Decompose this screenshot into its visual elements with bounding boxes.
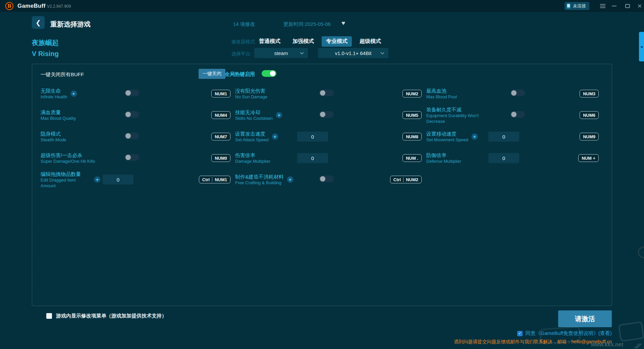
- cheat-name-cn: 无限生命: [41, 88, 67, 94]
- cheat-toggle[interactable]: [124, 133, 139, 139]
- game-version-value: v1.0-v1.1+ 64Bit: [335, 50, 372, 56]
- hotkey-badge: CtrlNUM2: [390, 176, 422, 184]
- cheat-toggle[interactable]: [319, 111, 334, 118]
- back-button[interactable]: ❮: [32, 16, 45, 29]
- hotkey-badge: NUM .: [402, 154, 422, 162]
- store-dropdown[interactable]: steam: [254, 48, 308, 58]
- global-hotkey-toggle[interactable]: [262, 70, 276, 77]
- update-time-label: 更新时间:2025-05-06: [283, 21, 331, 28]
- star-icon: ★: [286, 176, 294, 183]
- cheat-stealth-mode: 隐身模式Stealth ModeNUM7: [41, 127, 235, 147]
- minimize-button[interactable]: [610, 3, 618, 9]
- tab-super-mode[interactable]: 超级模式: [360, 38, 381, 45]
- cheat-toggle[interactable]: [124, 154, 139, 161]
- cheat-name-cn: 编辑拖拽物品数量: [41, 171, 91, 177]
- cheat-value-input[interactable]: 0: [297, 153, 328, 163]
- cheat-infinite-health: 无限生命Infinite Health★NUM1: [41, 84, 235, 104]
- hamburger-menu-icon[interactable]: [599, 3, 606, 9]
- cheat-name: 制作&建造不消耗材料Free Crafting & Building: [235, 173, 284, 186]
- star-icon: ★: [471, 133, 478, 140]
- cheat-toggle[interactable]: [124, 111, 139, 118]
- cheat-name: 技能无冷却Skills No Cooldown: [235, 109, 273, 121]
- watermark-logo: [618, 321, 644, 342]
- title-bar: B GameBuff V2.2.947.909 未连接 ✕: [0, 0, 644, 12]
- favorite-heart-icon[interactable]: ♥: [341, 19, 345, 27]
- slide-out-handle[interactable]: ◀: [639, 32, 644, 61]
- cheat-name-cn: 制作&建造不消耗材料: [235, 173, 284, 180]
- ingame-menu-option[interactable]: 游戏内显示修改项菜单（游戏加加提供技术支持）: [46, 313, 167, 319]
- hotkey-badge: NUM1: [211, 90, 230, 98]
- cheat-name: 最高血池Max Blood Pool: [426, 88, 457, 100]
- tab-normal-mode[interactable]: 普通模式: [259, 38, 280, 45]
- cheat-damage-multiplier: 伤害倍率Damage Multiplier0NUM .: [235, 148, 426, 168]
- star-icon: ★: [275, 111, 283, 119]
- tab-professional-mode[interactable]: 专业模式: [322, 36, 352, 47]
- cheat-value-input[interactable]: 0: [297, 132, 328, 142]
- cheat-max-blood-quality: 满血质量Max Blood QualityNUM4: [41, 105, 235, 125]
- device-connection-badge[interactable]: 未连接: [565, 2, 589, 10]
- cheat-name-cn: 伤害倍率: [235, 152, 270, 158]
- cheat-toggle[interactable]: [319, 90, 334, 96]
- page-title: 重新选择游戏: [50, 20, 91, 29]
- watermark-ring: [638, 247, 644, 258]
- cheat-name: 防御倍率Defense Multiplier: [426, 152, 461, 164]
- game-name-chinese: 夜族崛起: [32, 38, 59, 47]
- cheat-edit-dragged-item-amount: 编辑拖拽物品数量Edit Dragged Item Amount★0CtrlNU…: [41, 169, 235, 190]
- cheat-name-en: Infinite Health: [41, 94, 67, 100]
- ingame-menu-checkbox[interactable]: [46, 313, 52, 319]
- cheat-set-movement-speed: 设置移动速度Set Movement Speed★0NUM9: [426, 127, 603, 147]
- cheat-name: 没有阳光伤害No Sun Damage: [235, 88, 267, 100]
- cheat-name-cn: 技能无冷却: [235, 109, 273, 115]
- cheat-name-en: No Sun Damage: [235, 94, 267, 100]
- phone-icon: [567, 3, 571, 9]
- cheat-value-input[interactable]: 0: [488, 153, 519, 163]
- agreement-checkbox[interactable]: ✓: [517, 331, 523, 336]
- watermark-pen-icon: [634, 344, 643, 348]
- cheat-super-damage-one-hit-kills: 超级伤害/一击必杀Super Damage/One Hit KillsNUM0: [41, 148, 235, 168]
- cheat-toggle[interactable]: [510, 111, 525, 118]
- cheat-toggle[interactable]: [319, 176, 334, 182]
- hotkey-badge: NUM +: [578, 154, 599, 162]
- cheat-name: 装备耐久度不减Equipment Durability Won't Decrea…: [426, 106, 498, 124]
- hotkey-badge: NUM8: [402, 133, 422, 141]
- cheat-name-en: Set Attack Speed: [235, 137, 269, 143]
- activate-button[interactable]: 请激活: [558, 310, 612, 327]
- cheat-name-cn: 没有阳光伤害: [235, 88, 267, 94]
- cheat-name: 设置移动速度Set Movement Speed: [426, 131, 468, 143]
- watermark-url: www.kkx.net: [591, 342, 623, 348]
- cheat-name: 编辑拖拽物品数量Edit Dragged Item Amount: [41, 171, 91, 189]
- cheat-panel: 一键关闭所有BUFF 一键关闭 全局热键启用 无限生命Infinite Heal…: [32, 64, 612, 306]
- cheat-name: 无限生命Infinite Health: [41, 88, 67, 100]
- close-all-button[interactable]: 一键关闭: [199, 69, 225, 79]
- cheat-name: 满血质量Max Blood Quality: [41, 109, 76, 121]
- mod-count-label: 14 项修改: [233, 21, 255, 28]
- ingame-menu-label: 游戏内显示修改项菜单（游戏加加提供技术支持）: [56, 313, 167, 319]
- cheat-toggle[interactable]: [124, 90, 139, 96]
- game-version-dropdown[interactable]: v1.0-v1.1+ 64Bit: [318, 48, 388, 58]
- support-contact-text: 遇到问题请提交问题反馈或邮件与我们联系解决，邮箱：hello@gamebuff.…: [454, 339, 612, 345]
- cheat-name-cn: 满血质量: [41, 109, 76, 115]
- maximize-button[interactable]: [624, 3, 631, 9]
- cheat-name-en: Max Blood Quality: [41, 115, 76, 121]
- hotkey-badge: CtrlNUM1: [199, 176, 230, 184]
- cheat-value-input[interactable]: 0: [103, 174, 133, 185]
- store-value: steam: [274, 50, 288, 56]
- cheat-name-en: Free Crafting & Building: [235, 180, 284, 186]
- cheat-name-en: Skills No Cooldown: [235, 115, 273, 121]
- hotkey-badge: NUM9: [580, 133, 599, 141]
- tab-enhanced-mode[interactable]: 加强模式: [292, 38, 314, 45]
- cheat-toggle[interactable]: [510, 90, 525, 96]
- cheat-set-attack-speed: 设置攻击速度Set Attack Speed★0NUM8: [235, 127, 426, 147]
- cheat-name: 隐身模式Stealth Mode: [41, 131, 66, 143]
- chevron-down-icon: [380, 52, 384, 55]
- cheat-value-input[interactable]: 0: [488, 132, 519, 142]
- hotkey-badge: NUM6: [580, 111, 599, 119]
- cheat-name-en: Stealth Mode: [41, 137, 66, 143]
- hotkey-badge: NUM3: [580, 90, 599, 98]
- chevron-down-icon: [300, 52, 304, 55]
- cheat-name-cn: 隐身模式: [41, 131, 66, 137]
- close-button[interactable]: ✕: [636, 3, 643, 9]
- close-all-buff-label: 一键关闭所有BUFF: [41, 71, 84, 78]
- watermark-logo: [540, 326, 581, 344]
- cheat-name-en: Damage Multiplier: [235, 158, 270, 164]
